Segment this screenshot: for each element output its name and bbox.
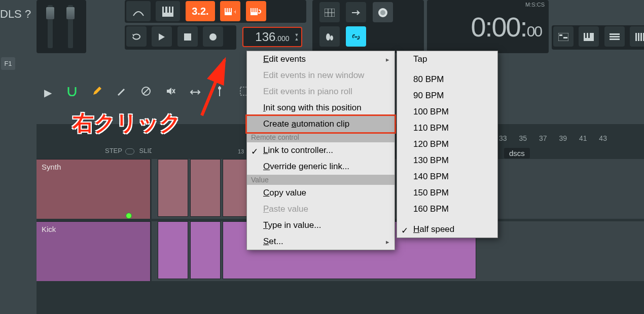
menu-bpm-80[interactable]: 80 BPM xyxy=(397,71,497,88)
loop-icon[interactable] xyxy=(126,26,147,47)
piano-icon[interactable] xyxy=(156,1,180,21)
svg-rect-28 xyxy=(588,33,590,38)
channel-rack-icon[interactable] xyxy=(604,26,625,47)
mid-panel xyxy=(312,0,424,53)
menu-override-link[interactable]: Override generic link... xyxy=(247,159,395,175)
pattern-add-icon[interactable]: + xyxy=(220,1,240,21)
menu-bpm-100[interactable]: 100 BPM xyxy=(397,104,497,120)
menu-init-song[interactable]: Init song with this position xyxy=(247,100,395,116)
annotation-right-click: 右クリック xyxy=(73,109,181,137)
svg-text:+: + xyxy=(234,8,236,16)
brush-icon[interactable] xyxy=(112,84,130,102)
svg-rect-12 xyxy=(256,8,257,12)
menu-copy-value[interactable]: Copy value xyxy=(247,185,395,201)
menu-half-speed[interactable]: ✓Half speed xyxy=(397,221,497,238)
svg-rect-6 xyxy=(228,8,229,12)
mute-icon[interactable] xyxy=(161,84,180,102)
menu-bpm-130[interactable]: 130 BPM xyxy=(397,152,497,169)
grid-icon[interactable] xyxy=(319,2,340,22)
menu-create-automation-clip[interactable]: Create automation clip xyxy=(245,114,396,134)
menu-bpm-150[interactable]: 150 BPM xyxy=(397,185,497,201)
menu-section-remote: Remote control xyxy=(247,132,395,142)
svg-rect-34 xyxy=(640,33,642,41)
track-header-synth[interactable]: Synth xyxy=(37,159,151,219)
timeline-numbers: 33 35 37 39 41 43 xyxy=(499,134,607,142)
magnet-icon[interactable] xyxy=(63,84,81,102)
tempo-field[interactable]: 136.000 ▲ ▼ xyxy=(242,27,302,47)
svg-rect-31 xyxy=(610,38,620,40)
svg-rect-13 xyxy=(184,33,191,41)
svg-rect-5 xyxy=(226,8,227,12)
pencil-icon[interactable] xyxy=(88,84,106,102)
svg-rect-3 xyxy=(170,7,172,13)
svg-rect-27 xyxy=(585,33,587,38)
play-button[interactable] xyxy=(152,26,172,47)
time-format-label: M:S:CS xyxy=(525,2,545,8)
svg-rect-24 xyxy=(559,34,562,36)
svg-point-21 xyxy=(326,33,330,41)
pattern-number[interactable]: 3.2. xyxy=(186,1,215,21)
svg-point-22 xyxy=(330,35,333,41)
spectrum-icon[interactable] xyxy=(126,1,151,21)
svg-rect-25 xyxy=(563,37,567,38)
forward-icon[interactable] xyxy=(346,2,366,22)
menu-edit-events[interactable]: Edit events▸ xyxy=(247,51,395,67)
slip-icon[interactable] xyxy=(186,84,204,102)
clip-kick[interactable] xyxy=(158,221,188,279)
menu-bpm-110[interactable]: 110 BPM xyxy=(397,120,497,136)
track-header-kick[interactable]: Kick xyxy=(37,221,151,281)
menu-link-controller[interactable]: ✓Link to controller... xyxy=(247,142,395,159)
svg-point-20 xyxy=(380,10,385,15)
tempo-down-icon[interactable]: ▼ xyxy=(294,26,300,44)
svg-point-14 xyxy=(209,33,217,41)
svg-rect-11 xyxy=(254,8,255,12)
menu-bpm-120[interactable]: 120 BPM xyxy=(397,136,497,152)
footprint-icon[interactable] xyxy=(319,26,340,47)
stop-button[interactable] xyxy=(177,26,198,47)
master-fader-1[interactable] xyxy=(48,5,53,48)
slice-icon[interactable] xyxy=(210,84,229,102)
menu-section-value: Value xyxy=(247,175,395,185)
ols-label: DLS ? xyxy=(0,8,31,21)
link-icon[interactable] xyxy=(346,26,366,47)
menu-bpm-160[interactable]: 160 BPM xyxy=(397,201,497,217)
menu-set[interactable]: Set...▸ xyxy=(247,233,395,250)
master-fader-2[interactable] xyxy=(68,5,73,48)
piano-roll-view-icon[interactable] xyxy=(579,26,599,47)
menu-paste-value: Paste value xyxy=(247,201,395,217)
svg-rect-1 xyxy=(164,7,165,13)
svg-rect-33 xyxy=(638,33,639,41)
erase-icon[interactable] xyxy=(137,84,155,102)
record-button[interactable] xyxy=(203,26,223,47)
menu-edit-events-new-window: Edit events in new window xyxy=(247,67,395,84)
clip-synth[interactable] xyxy=(158,159,188,217)
menu-edit-events-piano-roll: Edit events in piano roll xyxy=(247,84,395,100)
svg-rect-10 xyxy=(252,8,253,12)
svg-rect-2 xyxy=(167,7,169,13)
playlist-view-icon[interactable] xyxy=(553,26,574,47)
svg-point-43 xyxy=(218,87,221,90)
svg-rect-32 xyxy=(635,33,637,41)
menu-bpm-90[interactable]: 90 BPM xyxy=(397,88,497,104)
f1-key-hint: F1 xyxy=(1,57,15,70)
clip-synth[interactable] xyxy=(190,159,221,217)
mixer-view-icon[interactable] xyxy=(630,26,644,47)
view-buttons-panel xyxy=(552,0,644,53)
svg-rect-7 xyxy=(230,8,231,12)
track-active-dot[interactable] xyxy=(126,213,132,219)
svg-rect-29 xyxy=(610,33,620,35)
knob-icon[interactable] xyxy=(373,2,393,22)
pattern-refresh-icon[interactable] xyxy=(246,1,266,21)
transport-panel xyxy=(125,25,236,50)
time-panel[interactable]: M:S:CS 0:00:00 xyxy=(427,0,549,53)
menu-tap[interactable]: Tap xyxy=(397,51,497,67)
clip-kick[interactable] xyxy=(190,221,221,279)
svg-line-39 xyxy=(143,88,149,94)
menu-type-value[interactable]: Type in value... xyxy=(247,217,395,233)
fader-panel xyxy=(37,0,86,53)
svg-rect-30 xyxy=(610,36,620,37)
dscs-label[interactable]: dscs xyxy=(504,148,530,159)
menu-bpm-140[interactable]: 140 BPM xyxy=(397,169,497,185)
playlist-toolrow: ▶ xyxy=(37,78,280,109)
play-small-icon[interactable]: ▶ xyxy=(39,84,57,102)
